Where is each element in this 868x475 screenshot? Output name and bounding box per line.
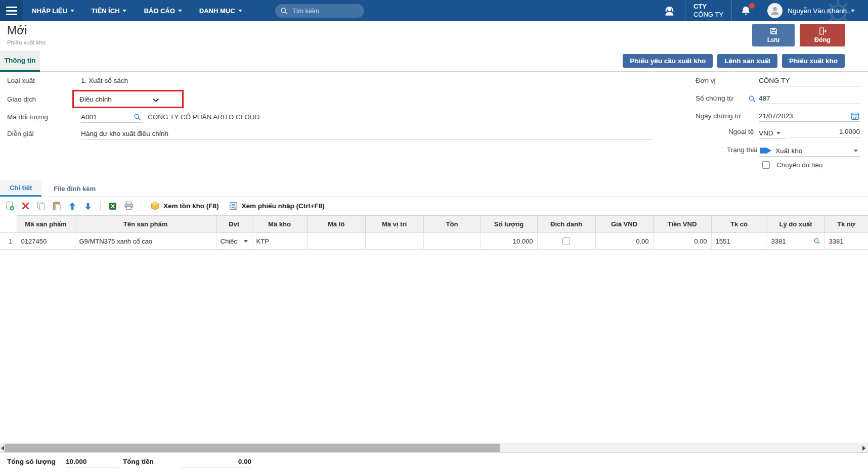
tab-chi-tiet[interactable]: Chi tiết: [0, 180, 41, 197]
move-row-down-button[interactable]: [83, 201, 93, 211]
tong-tien-label: Tổng tiền: [123, 458, 154, 465]
search-icon[interactable]: [134, 113, 141, 121]
company-switcher[interactable]: CTY CÔNG TY: [685, 0, 731, 21]
nav-menu-nhap-lieu[interactable]: NHẬP LIỆU: [23, 0, 83, 21]
nav-menu-bao-cao[interactable]: BÁO CÁO: [135, 0, 190, 21]
export-excel-button[interactable]: [108, 201, 118, 211]
support-button[interactable]: [655, 0, 685, 21]
chuyen-du-lieu-label: Chuyển dữ liệu: [776, 161, 823, 169]
user-avatar[interactable]: [767, 3, 783, 18]
ty-gia-input[interactable]: 1.0000: [790, 126, 860, 137]
cell-dich-danh[interactable]: [537, 233, 595, 250]
cell-tk-no[interactable]: 3381: [824, 233, 868, 250]
cell-ten-san-pham[interactable]: G9/MTN375 xanh cổ cao: [75, 233, 216, 250]
cell-tien-vnd[interactable]: 0.00: [653, 233, 711, 250]
col-so-luong: Số lượng: [481, 216, 537, 233]
delete-x-icon: [21, 202, 30, 210]
giao-dich-dropdown[interactable]: Điều chỉnh: [72, 90, 184, 108]
ngay-chung-tu-input[interactable]: 21/07/2023: [759, 111, 860, 122]
loai-xuat-value[interactable]: 1. Xuất sổ sách: [81, 77, 128, 84]
cell-ma-san-pham[interactable]: 0127450: [17, 233, 75, 250]
detail-grid: Mã sản phẩm Tên sản phẩm Đvt Mã kho Mã l…: [0, 215, 868, 250]
new-row-icon: [5, 201, 15, 211]
col-tk-no: Tk nợ: [824, 216, 868, 233]
search-input[interactable]: [291, 7, 359, 15]
search-icon[interactable]: [813, 238, 820, 245]
giao-dich-label: Giao dịch: [7, 96, 36, 103]
user-menu[interactable]: Nguyễn Văn Khánh: [788, 7, 868, 15]
dich-danh-checkbox[interactable]: [562, 238, 570, 245]
copy-row-button[interactable]: [36, 201, 46, 211]
cell-ton[interactable]: [423, 233, 481, 250]
save-button[interactable]: Lưu: [752, 24, 795, 46]
save-floppy-icon: [769, 27, 778, 35]
nav-menu-danh-muc[interactable]: DANH MỤC: [191, 0, 251, 21]
add-row-button[interactable]: [5, 201, 15, 211]
cell-ma-vi-tri[interactable]: [365, 233, 423, 250]
global-search-box[interactable]: [275, 4, 364, 18]
main-tabstrip: Thông tin Phiếu yêu cầu xuất kho Lệnh sả…: [0, 51, 868, 72]
trang-thai-select[interactable]: Xuất kho: [759, 145, 860, 157]
arrow-up-icon: [68, 202, 77, 211]
dien-giai-label: Diễn giải: [7, 130, 34, 137]
col-ma-kho: Mã kho: [252, 216, 307, 233]
col-ton: Tồn: [423, 216, 481, 233]
company-name: CÔNG TY: [693, 11, 723, 19]
cell-ly-do-xuat[interactable]: 3381: [767, 233, 824, 250]
nav-menu-tien-ich[interactable]: TIỆN ÍCH: [83, 0, 136, 21]
cell-ma-kho[interactable]: KTP: [252, 233, 307, 250]
tab-file-dinh-kem[interactable]: File đính kèm: [47, 180, 103, 197]
page-subtitle: Phiếu xuất kho: [7, 39, 46, 45]
scroll-left-arrow[interactable]: [1, 446, 4, 451]
col-dvt: Đvt: [216, 216, 252, 233]
col-gia-vnd: Giá VND: [595, 216, 653, 233]
cell-tk-co[interactable]: 1551: [711, 233, 767, 250]
ngoai-te-select[interactable]: VND: [759, 127, 785, 139]
chevron-down-icon: [244, 240, 248, 243]
calendar-icon[interactable]: [851, 112, 859, 120]
scrollbar-thumb[interactable]: [5, 444, 500, 452]
so-chung-tu-input[interactable]: 487: [759, 93, 860, 104]
hamburger-menu-icon[interactable]: [0, 0, 23, 21]
close-button[interactable]: Đóng: [800, 24, 845, 46]
lenh-san-xuat-button[interactable]: Lệnh sản xuất: [717, 54, 777, 68]
col-ly-do-xuat: Lý do xuất: [767, 216, 824, 233]
chuyen-du-lieu-checkbox[interactable]: [762, 161, 770, 169]
chevron-down-icon: [776, 132, 780, 134]
phieu-yeu-cau-xuat-kho-button[interactable]: Phiếu yêu cầu xuất kho: [623, 54, 713, 68]
phieu-xuat-kho-button[interactable]: Phiếu xuất kho: [782, 54, 845, 68]
person-icon: [769, 5, 780, 16]
loai-xuat-label: Loại xuất: [7, 77, 35, 84]
tong-tien-value: 0.00: [181, 456, 251, 467]
tab-thong-tin[interactable]: Thông tin: [0, 51, 40, 72]
inventory-cube-icon: [150, 201, 160, 211]
horizontal-scrollbar[interactable]: [0, 443, 868, 453]
move-row-up-button[interactable]: [67, 201, 77, 211]
ngoai-te-label: Ngoại tệ: [728, 128, 754, 135]
copy-icon: [36, 201, 46, 211]
grid-toolbar: Xem tồn kho (F8) Xem phiếu nhập (Ctrl+F8…: [0, 197, 868, 215]
scroll-right-arrow[interactable]: [862, 446, 865, 451]
cell-row-number: 1: [0, 233, 17, 250]
headset-support-icon: [663, 5, 677, 17]
top-navbar: NHẬP LIỆU TIỆN ÍCH BÁO CÁO DANH MỤC: [0, 0, 868, 21]
cell-ma-lo[interactable]: [307, 233, 365, 250]
cell-gia-vnd[interactable]: 0.00: [595, 233, 653, 250]
cell-dvt-select[interactable]: Chiếc: [216, 233, 252, 250]
don-vi-input[interactable]: CÔNG TY: [759, 75, 860, 86]
chevron-down-icon: [152, 98, 159, 103]
ngay-chung-tu-label: Ngày chứng từ: [696, 112, 741, 120]
chevron-down-icon: [238, 10, 242, 12]
paste-clipboard-icon: [52, 201, 62, 211]
xem-ton-kho-button[interactable]: Xem tồn kho (F8): [148, 201, 221, 211]
print-button[interactable]: [123, 201, 134, 211]
xem-phieu-nhap-button[interactable]: Xem phiếu nhập (Ctrl+F8): [227, 201, 327, 211]
notification-badge: [749, 3, 755, 9]
paste-row-button[interactable]: [52, 201, 62, 211]
search-icon[interactable]: [748, 95, 756, 103]
delete-row-button[interactable]: [20, 201, 30, 211]
cell-so-luong[interactable]: 10.000: [481, 233, 537, 250]
chevron-down-icon: [851, 10, 855, 12]
dien-giai-input[interactable]: Hàng dư kho xuất điều chỉnh: [81, 128, 653, 139]
notifications-button[interactable]: [732, 0, 760, 21]
